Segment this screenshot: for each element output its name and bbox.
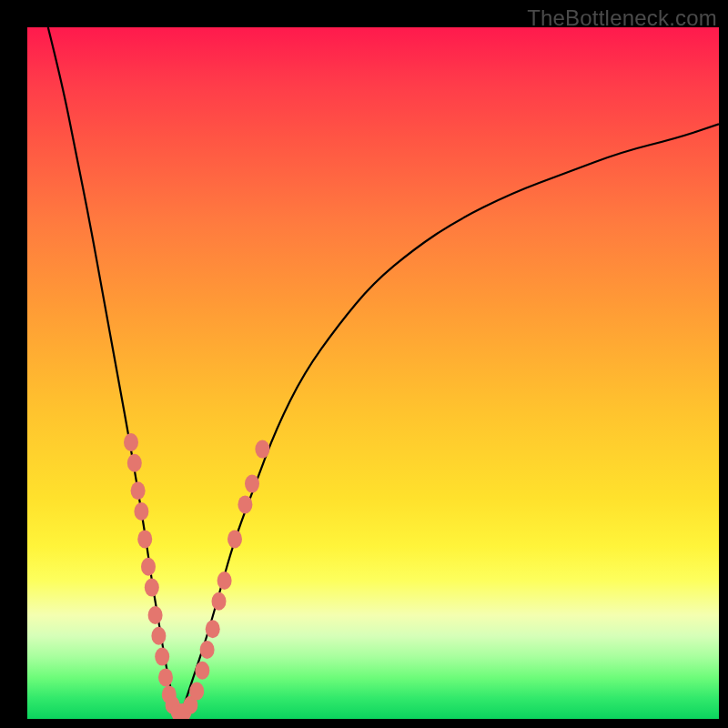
data-point (141, 558, 156, 576)
data-point (148, 606, 163, 624)
data-point (255, 440, 269, 459)
data-points-group (124, 433, 269, 719)
data-point (124, 433, 138, 451)
data-point (155, 648, 169, 666)
chart-svg (27, 27, 719, 719)
data-point (245, 475, 259, 493)
chart-frame: TheBottleneck.com (0, 0, 728, 728)
data-point (195, 662, 209, 680)
data-point (206, 620, 220, 638)
plot-area (27, 27, 719, 719)
data-point (131, 481, 146, 500)
data-point (217, 571, 232, 590)
data-point (134, 502, 148, 521)
data-point (127, 454, 142, 472)
data-point (200, 641, 215, 659)
watermark-text: TheBottleneck.com (527, 5, 717, 31)
data-point (189, 682, 204, 701)
data-point (228, 530, 242, 548)
data-point (151, 627, 166, 645)
right-curve (179, 124, 719, 719)
data-point (145, 579, 159, 597)
data-point (212, 592, 227, 611)
data-point (158, 668, 173, 686)
data-point (137, 530, 152, 548)
data-point (238, 495, 252, 513)
